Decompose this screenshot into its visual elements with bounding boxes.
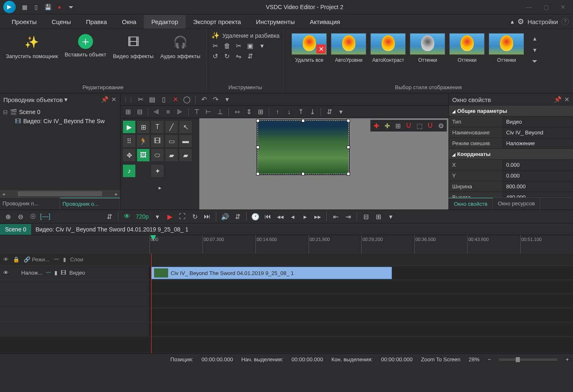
timeline-ruler[interactable]: 000 00:07.300 00:14.600 00:21.900 00:29.…	[149, 235, 573, 253]
tl-next-icon[interactable]: ▸▸	[312, 211, 323, 222]
ribbon-wizard-button[interactable]: ✨ Запустить помощник	[4, 32, 60, 62]
cv-plus-icon[interactable]: ✚	[371, 121, 381, 131]
tl-dropdown-icon[interactable]: ⇵	[104, 211, 115, 222]
props-general-section[interactable]: ◢Общие параметры	[449, 106, 573, 117]
align-bot-icon[interactable]: ⊥	[215, 107, 225, 117]
explorer-dropdown-icon[interactable]: ▾	[64, 96, 68, 103]
tl-fullscreen-icon[interactable]: ⛶	[177, 211, 188, 222]
scroll-thumb[interactable]	[18, 191, 102, 196]
status-zoom-mode[interactable]: Zoom To Screen	[421, 356, 460, 363]
tb-more-icon[interactable]: ▾	[222, 95, 232, 105]
qat-save-icon[interactable]: 💾	[44, 3, 51, 11]
tool-play-icon[interactable]: ▶	[123, 121, 135, 133]
tl-zoomin-icon[interactable]: ⊕	[2, 211, 13, 222]
cv-sel-icon[interactable]: ⬚	[414, 121, 424, 131]
tl-bracket-icon[interactable]: [—]	[40, 211, 51, 222]
menu-tools[interactable]: Инструменты	[248, 15, 302, 29]
dist-h-icon[interactable]: ⇿	[232, 107, 242, 117]
props-coords-section[interactable]: ◢Координаты	[449, 149, 573, 160]
qat-open-icon[interactable]: ▯	[32, 3, 40, 11]
cv-u1-icon[interactable]: U	[404, 121, 414, 131]
track-body[interactable]: Civ IV_ Beyond The Sword 04.01.2019 9_25…	[149, 266, 573, 280]
handle-lm[interactable]	[256, 146, 260, 149]
tl-resolution[interactable]: 720p	[134, 213, 150, 220]
tool-rect2-icon[interactable]: ▬	[179, 135, 192, 147]
tl-mark-out-icon[interactable]: ⇥	[343, 211, 353, 222]
video-preview[interactable]	[257, 120, 349, 174]
tool-ellipse-icon[interactable]: ⬭	[151, 149, 164, 161]
ribbon-insert-button[interactable]: ＋ Вставить объект	[63, 32, 108, 61]
trash-icon[interactable]: 🗑	[223, 42, 232, 50]
tb-redo-icon[interactable]: ↷	[211, 95, 220, 105]
menu-windows[interactable]: Окна	[115, 15, 144, 29]
preview-canvas[interactable]: ✚ ✚ ⊞ U ⬚ U ⚙	[199, 118, 448, 209]
tool-audio-icon[interactable]: ♪	[123, 165, 135, 177]
tl-prev1-icon[interactable]: ◂	[287, 211, 298, 222]
tl-eye-icon[interactable]: 👁	[122, 211, 132, 222]
explorer-tab-2[interactable]: Проводник о...	[60, 198, 120, 209]
minimize-button[interactable]: —	[526, 4, 532, 10]
handle-tr[interactable]	[347, 119, 350, 122]
menu-scenes[interactable]: Сцены	[44, 15, 78, 29]
tb-end-more-icon[interactable]: ▾	[336, 107, 346, 117]
gallery-up-icon[interactable]: ▴	[530, 33, 540, 43]
scroll-left-icon[interactable]: ◂	[0, 191, 7, 197]
cv-gear-icon[interactable]: ⚙	[436, 121, 446, 131]
handle-rm[interactable]	[347, 146, 350, 149]
breadcrumb-scene[interactable]: Scene 0	[0, 224, 31, 235]
maximize-button[interactable]: ▢	[544, 4, 549, 10]
tl-prev-icon[interactable]: ◂◂	[275, 211, 286, 222]
explorer-hscroll[interactable]: ◂ ▸	[0, 190, 120, 197]
tl-vol-icon[interactable]: 🔊	[220, 211, 230, 222]
flip-v-icon[interactable]: ⇵	[246, 52, 255, 60]
tool-grid-icon[interactable]: ⊞	[137, 121, 149, 133]
tree-scene-node[interactable]: ⊟ 🎬 Scene 0	[2, 107, 118, 117]
track-wave-icon[interactable]: 〰	[46, 270, 51, 276]
video-clip[interactable]: Civ IV_ Beyond The Sword 04.01.2019 9_25…	[151, 267, 392, 279]
arrow-top-icon[interactable]: ⤒	[296, 107, 306, 117]
gallery-more-icon[interactable]: ⏷	[530, 56, 540, 66]
align-top-icon[interactable]: ⊤	[192, 107, 202, 117]
menu-notifications-icon[interactable]: ▴	[511, 18, 514, 25]
tl-first-icon[interactable]: ⏮	[262, 211, 273, 222]
timeline-cursor[interactable]	[151, 253, 152, 353]
tool-rect-icon[interactable]: ▭	[165, 135, 178, 147]
crop2-icon[interactable]: ▣	[246, 42, 255, 50]
tool-line-icon[interactable]: ╱	[165, 121, 178, 133]
align-right-icon[interactable]: ⫸	[175, 107, 185, 117]
props-tab-2[interactable]: Окно ресурсов	[493, 198, 540, 209]
zoom-slider[interactable]	[499, 358, 557, 361]
style-hues-3[interactable]: Оттенки	[489, 33, 524, 66]
tb-cut-icon[interactable]: ✂	[135, 95, 145, 105]
tl-end-dd-icon[interactable]: ▾	[385, 211, 396, 222]
tl-fit-icon[interactable]: ⦾	[27, 211, 38, 222]
tool-shape2-icon[interactable]: ▰	[179, 149, 192, 161]
tool-dots-icon[interactable]: ⠿	[123, 135, 135, 147]
align-2-icon[interactable]: ⊟	[135, 107, 144, 117]
handle-tm[interactable]	[301, 119, 305, 122]
settings-help-icon[interactable]: ?	[561, 18, 569, 25]
object-tree[interactable]: ⊟ 🎬 Scene 0 🎞 Видео: Civ IV_ Beyond The …	[0, 106, 120, 190]
track-eye-icon[interactable]: 👁	[3, 270, 9, 276]
qat-record-icon[interactable]: ●	[56, 3, 63, 11]
style-hues-2[interactable]: Оттенки	[449, 33, 485, 66]
tl-next1-icon[interactable]: ▸	[300, 211, 311, 222]
menu-export[interactable]: Экспорт проекта	[186, 15, 248, 29]
ribbon-audio-effects-button[interactable]: 🎧 Аудио эффекты	[159, 32, 202, 62]
tool-image-icon[interactable]: 🖼	[137, 149, 149, 161]
handle-bl[interactable]	[256, 172, 260, 175]
cv-plus2-icon[interactable]: ✚	[382, 121, 392, 131]
settings-label[interactable]: Настройки	[527, 18, 558, 25]
menu-edit[interactable]: Правка	[78, 15, 115, 29]
tb-circle-icon[interactable]: ◯	[182, 95, 192, 105]
tool-spray-icon[interactable]: ✦	[151, 165, 164, 177]
rotate-left-icon[interactable]: ↺	[211, 52, 220, 60]
handle-br[interactable]	[347, 172, 350, 175]
scroll-right-icon[interactable]: ▸	[113, 191, 120, 197]
tl-zoomout-icon[interactable]: ⊖	[15, 211, 26, 222]
menu-projects[interactable]: Проекты	[4, 15, 44, 29]
breadcrumb-path[interactable]: Видео: Civ IV_ Beyond The Sword 04.01.20…	[31, 226, 192, 233]
tl-snap-icon[interactable]: ⊞	[373, 211, 384, 222]
crop-icon[interactable]: ✂︎	[234, 42, 243, 50]
bar-col-icon[interactable]: ▮	[63, 256, 66, 263]
